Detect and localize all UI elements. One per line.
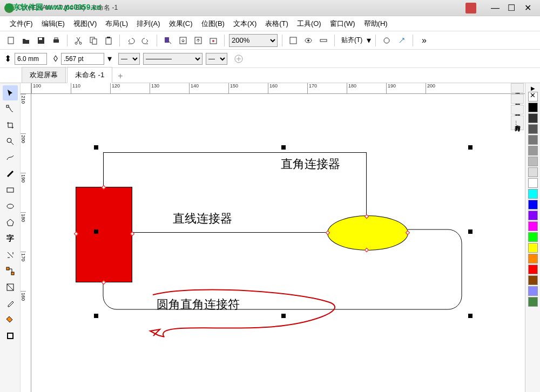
handle-icon[interactable]: [281, 145, 286, 150]
redo-button[interactable]: [139, 34, 152, 47]
launch-button[interactable]: [395, 34, 408, 47]
canvas-area[interactable]: 100 110 120 130 140 150 160 170 180 190 …: [21, 83, 540, 392]
color-swatch[interactable]: [528, 221, 538, 231]
fullscreen-button[interactable]: [287, 34, 300, 47]
crop-tool[interactable]: [3, 118, 18, 133]
menu-file[interactable]: 文件(F): [5, 17, 37, 31]
color-swatch[interactable]: [528, 146, 538, 156]
color-swatch[interactable]: [528, 211, 538, 220]
publish-button[interactable]: [207, 34, 220, 47]
save-button[interactable]: [35, 34, 48, 47]
color-swatch[interactable]: [528, 135, 538, 145]
menu-edit[interactable]: 编辑(E): [37, 17, 69, 31]
color-swatch[interactable]: [528, 275, 538, 285]
menu-window[interactable]: 窗口(W): [326, 17, 360, 31]
fill-tool[interactable]: [3, 312, 18, 327]
start-arrow-select[interactable]: —: [118, 53, 140, 65]
search-button[interactable]: [161, 34, 174, 47]
new-button[interactable]: [4, 34, 17, 47]
horizontal-ruler[interactable]: 100 110 120 130 140 150 160 170 180 190 …: [31, 83, 540, 94]
minimize-button[interactable]: —: [487, 3, 503, 13]
canvas[interactable]: 直角连接器 直线连接器 圆角直角连接符: [31, 94, 540, 392]
connector-tool[interactable]: [3, 263, 18, 279]
color-swatch[interactable]: [528, 167, 538, 177]
docker-object-properties[interactable]: 对象属性: [511, 94, 524, 104]
menu-help[interactable]: 帮助(H): [360, 17, 392, 31]
pick-tool[interactable]: [3, 85, 18, 100]
tab-untitled[interactable]: 未命名 -1: [67, 67, 112, 83]
handle-icon[interactable]: [468, 145, 473, 150]
user-icon[interactable]: [465, 3, 476, 13]
zoom-select[interactable]: 200%: [229, 34, 278, 47]
undo-button[interactable]: [124, 34, 137, 47]
menu-table[interactable]: 表格(T): [261, 17, 293, 31]
snap-dropdown-icon[interactable]: ▾: [367, 35, 371, 45]
rectangle-tool[interactable]: [3, 183, 18, 198]
palette-arrow-icon[interactable]: ▶: [531, 85, 535, 91]
handle-icon[interactable]: [94, 314, 98, 318]
yellow-ellipse[interactable]: [327, 215, 408, 251]
shape-tool[interactable]: [3, 102, 18, 117]
label-straight[interactable]: 直线连接器: [173, 211, 232, 227]
nudge-input[interactable]: [15, 53, 47, 65]
color-swatch[interactable]: [528, 189, 538, 199]
docker-align[interactable]: 对齐与分布...: [511, 116, 524, 130]
right-angle-connector-h[interactable]: [103, 152, 366, 153]
add-button[interactable]: [234, 54, 244, 64]
color-swatch[interactable]: [528, 113, 538, 123]
artistic-tool[interactable]: [3, 166, 18, 181]
text-tool[interactable]: 字: [3, 231, 18, 246]
options-button[interactable]: [380, 34, 393, 47]
tab-welcome[interactable]: 欢迎屏幕: [22, 67, 66, 83]
menu-tools[interactable]: 工具(O): [293, 17, 326, 31]
interactive-tool[interactable]: [3, 280, 18, 295]
line-style-select[interactable]: ————: [143, 53, 202, 65]
color-swatch[interactable]: [528, 124, 538, 134]
color-swatch[interactable]: [528, 178, 538, 188]
overflow-button[interactable]: »: [417, 34, 430, 47]
tab-add-button[interactable]: +: [113, 70, 127, 83]
polygon-tool[interactable]: [3, 215, 18, 230]
zoom-tool[interactable]: [3, 134, 18, 149]
handle-icon[interactable]: [94, 145, 98, 150]
close-button[interactable]: ✕: [519, 3, 536, 13]
right-angle-connector[interactable]: [103, 152, 104, 187]
vertical-ruler[interactable]: 210 200 190 180 170 160: [21, 94, 31, 392]
color-swatch[interactable]: [528, 200, 538, 209]
import-button[interactable]: [177, 34, 190, 47]
color-swatch[interactable]: [528, 297, 538, 307]
docker-hints[interactable]: 提示: [511, 83, 524, 93]
color-swatch[interactable]: [528, 243, 538, 253]
preview-button[interactable]: [302, 34, 315, 47]
menu-text[interactable]: 文本(X): [229, 17, 261, 31]
dimension-tool[interactable]: [3, 247, 18, 262]
label-right-angle[interactable]: 直角连接器: [281, 156, 340, 172]
cut-button[interactable]: [72, 34, 85, 47]
menu-layout[interactable]: 布局(L): [101, 17, 132, 31]
no-color-swatch[interactable]: [528, 92, 538, 102]
ruler-corner[interactable]: [21, 83, 31, 94]
snap-label[interactable]: 贴齐(T): [339, 36, 364, 45]
color-swatch[interactable]: [528, 265, 538, 274]
outline-dropdown-icon[interactable]: ▾: [107, 53, 112, 64]
export-button[interactable]: [192, 34, 205, 47]
copy-button[interactable]: [87, 34, 100, 47]
maximize-button[interactable]: ☐: [503, 3, 519, 13]
color-swatch[interactable]: [528, 232, 538, 242]
menu-effects[interactable]: 效果(C): [165, 17, 197, 31]
print-button[interactable]: [50, 34, 63, 47]
color-swatch[interactable]: [528, 157, 538, 166]
menu-arrange[interactable]: 排列(A): [132, 17, 164, 31]
paste-button[interactable]: [102, 34, 115, 47]
color-swatch[interactable]: [528, 103, 538, 112]
color-swatch[interactable]: [528, 254, 538, 263]
menu-bitmaps[interactable]: 位图(B): [197, 17, 229, 31]
open-button[interactable]: [19, 34, 32, 47]
menu-view[interactable]: 视图(V): [69, 17, 101, 31]
rulers-button[interactable]: [317, 34, 330, 47]
outline-tool[interactable]: [3, 328, 18, 343]
eyedropper-tool[interactable]: [3, 296, 18, 311]
freehand-tool[interactable]: [3, 150, 18, 165]
end-arrow-select[interactable]: —: [206, 53, 227, 65]
docker-object-manager[interactable]: 对象管理器: [511, 105, 524, 114]
